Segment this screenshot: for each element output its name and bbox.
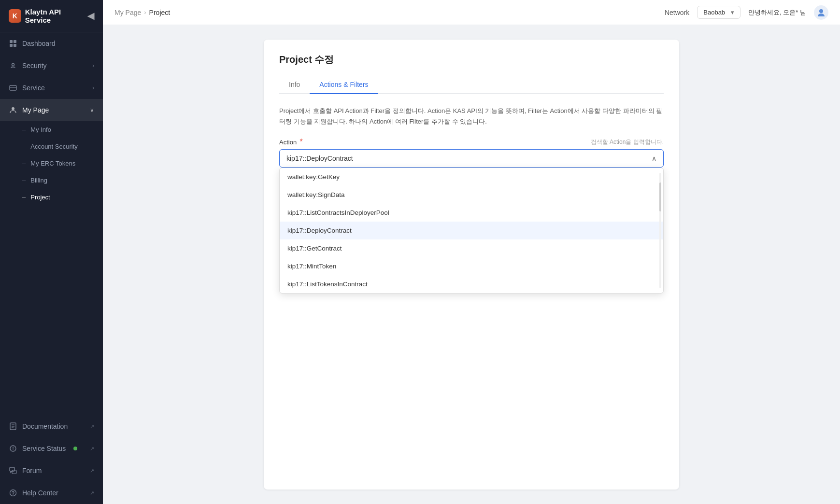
sidebar-item-service-label: Service xyxy=(22,84,45,92)
user-greeting: 안녕하세요, 오은* 님 xyxy=(748,8,806,17)
dropdown-scrollbar xyxy=(659,173,661,288)
action-required-marker: * xyxy=(300,138,303,146)
dropdown-item-2[interactable]: kip17::ListContractsInDeployerPool xyxy=(280,204,663,222)
breadcrumb-parent[interactable]: My Page xyxy=(114,9,141,16)
sidebar-item-security[interactable]: Security › xyxy=(0,55,103,77)
sidebar-item-my-page-label: My Page xyxy=(22,106,49,114)
sidebar-item-security-label: Security xyxy=(22,62,47,70)
service-chevron-icon: › xyxy=(92,84,94,91)
svg-rect-5 xyxy=(10,85,16,90)
action-header: Action * 검색할 Action을 입력합니다. xyxy=(279,138,664,146)
forum-icon xyxy=(9,466,17,475)
sidebar-sub-account-security-label: Account Security xyxy=(30,143,78,150)
sidebar-item-dashboard-label: Dashboard xyxy=(22,40,56,47)
user-avatar[interactable] xyxy=(814,5,828,20)
sidebar-item-documentation[interactable]: Documentation ↗ xyxy=(0,415,103,437)
my-page-chevron-icon: ∨ xyxy=(90,107,94,113)
app-title: Klaytn API Service xyxy=(25,8,84,24)
service-icon xyxy=(9,84,17,92)
page-title: Project 수정 xyxy=(279,53,664,66)
dropdown-scrollbar-thumb xyxy=(659,182,661,211)
dashboard-icon xyxy=(9,39,17,48)
sidebar-sub-my-info[interactable]: My Info xyxy=(0,121,103,138)
security-chevron-icon: › xyxy=(92,62,94,69)
dropdown-item-3[interactable]: kip17::DeployContract xyxy=(280,222,663,239)
sidebar-item-dashboard[interactable]: Dashboard xyxy=(0,32,103,55)
my-page-icon xyxy=(9,106,17,114)
sidebar-item-service[interactable]: Service › xyxy=(0,77,103,99)
sidebar-item-help-center-label: Help Center xyxy=(22,489,58,497)
help-center-external-icon: ↗ xyxy=(90,490,94,496)
svg-point-19 xyxy=(819,9,823,13)
network-value: Baobab xyxy=(703,9,725,16)
sidebar-sub-my-erc-tokens[interactable]: My ERC Tokens xyxy=(0,155,103,172)
dropdown-item-5[interactable]: kip17::MintToken xyxy=(280,257,663,275)
sidebar-sub-my-erc-tokens-label: My ERC Tokens xyxy=(30,160,75,167)
network-label: Network xyxy=(665,9,689,16)
main-area: My Page › Project Network Baobab ▾ 안녕하세요… xyxy=(103,0,840,504)
sidebar-collapse-button[interactable]: ◀ xyxy=(87,11,94,21)
tab-actions-filters[interactable]: Actions & Filters xyxy=(310,76,378,94)
sidebar-sub-billing-label: Billing xyxy=(30,177,47,184)
breadcrumb-separator: › xyxy=(144,9,146,16)
action-dropdown-selected[interactable]: kip17::DeployContract ∧ xyxy=(279,149,664,168)
sidebar-item-documentation-label: Documentation xyxy=(22,422,68,430)
network-select[interactable]: Baobab ▾ xyxy=(697,6,740,19)
content-area: Project 수정 Info Actions & Filters Projec… xyxy=(103,25,840,504)
svg-point-4 xyxy=(12,64,14,66)
service-status-icon xyxy=(9,444,17,453)
sidebar-sub-project[interactable]: Project xyxy=(0,189,103,206)
action-hint: 검색할 Action을 입력합니다. xyxy=(591,138,664,146)
action-dropdown-value: kip17::DeployContract xyxy=(286,154,652,162)
svg-rect-1 xyxy=(14,40,16,43)
sidebar: K Klaytn API Service ◀ Dashboard Securit… xyxy=(0,0,103,504)
logo-icon: K xyxy=(9,9,21,23)
svg-point-14 xyxy=(13,449,14,450)
breadcrumb-current: Project xyxy=(149,9,171,16)
sidebar-sub-billing[interactable]: Billing xyxy=(0,172,103,189)
dropdown-item-4[interactable]: kip17::GetContract xyxy=(280,239,663,257)
svg-rect-2 xyxy=(10,44,13,47)
action-dropdown-list: wallet:key:GetKey wallet:key:SignData ki… xyxy=(279,168,664,294)
svg-point-7 xyxy=(12,107,14,110)
forum-external-icon: ↗ xyxy=(90,468,94,474)
service-status-dot xyxy=(73,447,77,450)
sidebar-item-forum-label: Forum xyxy=(22,467,42,475)
topbar-right: Network Baobab ▾ 안녕하세요, 오은* 님 xyxy=(665,5,828,20)
description-text: Project에서 호출할 API Action과 Filter을 정의합니다.… xyxy=(279,106,664,127)
dropdown-item-1[interactable]: wallet:key:SignData xyxy=(280,186,663,204)
action-dropdown-wrapper: kip17::DeployContract ∧ wallet:key:GetKe… xyxy=(279,149,664,168)
tab-bar: Info Actions & Filters xyxy=(279,76,664,94)
help-center-icon xyxy=(9,489,17,497)
svg-rect-0 xyxy=(10,40,13,43)
security-icon xyxy=(9,61,17,70)
page-card: Project 수정 Info Actions & Filters Projec… xyxy=(264,40,679,490)
dropdown-chevron-icon: ∧ xyxy=(652,154,656,162)
topbar: My Page › Project Network Baobab ▾ 안녕하세요… xyxy=(103,0,840,25)
documentation-icon xyxy=(9,422,17,431)
svg-point-18 xyxy=(13,494,14,495)
dropdown-item-6[interactable]: kip17::ListTokensInContract xyxy=(280,275,663,293)
dropdown-item-0[interactable]: wallet:key:GetKey xyxy=(280,168,663,186)
action-label: Action * xyxy=(279,138,303,146)
sidebar-item-my-page[interactable]: My Page ∨ xyxy=(0,99,103,121)
tab-info[interactable]: Info xyxy=(279,76,310,94)
network-chevron-icon: ▾ xyxy=(731,9,734,16)
logo-area: K Klaytn API Service ◀ xyxy=(0,0,103,32)
sidebar-sub-project-label: Project xyxy=(30,194,50,201)
sidebar-item-forum[interactable]: Forum ↗ xyxy=(0,460,103,482)
sidebar-item-service-status[interactable]: Service Status ↗ xyxy=(0,437,103,460)
sidebar-sub-my-info-label: My Info xyxy=(30,126,51,133)
breadcrumb: My Page › Project xyxy=(114,9,661,16)
service-status-external-icon: ↗ xyxy=(90,446,94,452)
sidebar-sub-account-security[interactable]: Account Security xyxy=(0,138,103,155)
documentation-external-icon: ↗ xyxy=(90,423,94,430)
sidebar-item-service-status-label: Service Status xyxy=(22,445,66,452)
svg-rect-3 xyxy=(14,44,16,47)
sidebar-item-help-center[interactable]: Help Center ↗ xyxy=(0,482,103,504)
